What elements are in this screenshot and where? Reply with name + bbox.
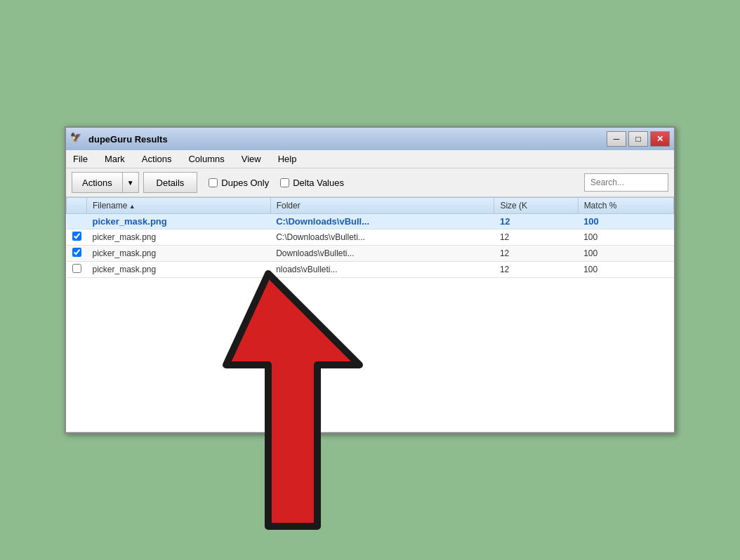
dupe-checkbox[interactable] [72, 264, 81, 273]
dupe-match: 100 [578, 229, 673, 246]
dupe-checkbox[interactable] [72, 248, 81, 257]
dupes-only-label[interactable]: Dupes Only [221, 178, 269, 188]
dupe-filename: picker_mask.png [87, 262, 271, 278]
group-folder: C:\Downloads\vBull... [270, 214, 494, 229]
size-col-header[interactable]: Size (K [494, 198, 578, 214]
dupe-folder: nloads\vBulleti... [270, 262, 494, 278]
search-input[interactable] [584, 173, 668, 192]
toolbar: Actions ▼ Details Dupes Only Delta Value… [66, 168, 674, 197]
dupe-size: 12 [494, 229, 578, 246]
menu-columns[interactable]: Columns [185, 152, 227, 166]
match-col-header[interactable]: Match % [578, 198, 673, 214]
details-button[interactable]: Details [143, 172, 198, 193]
dupe-size: 12 [494, 246, 578, 262]
delta-values-checkbox[interactable] [280, 178, 289, 187]
group-match: 100 [578, 214, 673, 229]
dupe-checkbox-cell[interactable] [67, 246, 87, 262]
window-title: dupeGuru Results [88, 134, 168, 145]
menu-file[interactable]: File [70, 152, 91, 166]
dupe-filename: picker_mask.png [87, 229, 271, 246]
menu-help[interactable]: Help [275, 152, 300, 166]
group-filename: picker_mask.png [87, 214, 271, 229]
checkbox-col-header [67, 198, 87, 214]
app-icon: 🦅 [70, 132, 84, 146]
table-header-row: Filename Folder Size (K Match % [67, 198, 674, 214]
menu-bar: File Mark Actions Columns View Help [66, 150, 674, 168]
dupe-checkbox-cell[interactable] [67, 229, 87, 246]
dupe-filename: picker_mask.png [87, 246, 271, 262]
delta-values-group: Delta Values [280, 178, 344, 188]
empty-row [67, 278, 674, 432]
table-row: picker_mask.png C:\Downloads\vBull... 12… [67, 214, 674, 229]
dupe-folder: C:\Downloads\vBulleti... [270, 229, 494, 246]
filename-col-header[interactable]: Filename [87, 198, 271, 214]
title-bar: 🦅 dupeGuru Results ─ □ ✕ [66, 128, 674, 150]
dupe-checkbox[interactable] [72, 232, 81, 241]
group-size: 12 [494, 214, 578, 229]
dupe-match: 100 [578, 246, 673, 262]
dupes-only-checkbox[interactable] [209, 178, 218, 187]
menu-mark[interactable]: Mark [102, 152, 128, 166]
folder-col-header[interactable]: Folder [270, 198, 494, 214]
main-window: 🦅 dupeGuru Results ─ □ ✕ File Mark Actio… [65, 126, 675, 434]
table-row: picker_mask.png nloads\vBulleti... 12 10… [67, 262, 674, 278]
dupe-match: 100 [578, 262, 673, 278]
table-row: picker_mask.png Downloads\vBulleti... 12… [67, 246, 674, 262]
delta-values-label[interactable]: Delta Values [293, 178, 344, 188]
group-checkbox-cell [67, 214, 87, 229]
maximize-button[interactable]: □ [628, 131, 648, 147]
title-controls: ─ □ ✕ [607, 131, 670, 147]
table-row: picker_mask.png C:\Downloads\vBulleti...… [67, 229, 674, 246]
results-table: Filename Folder Size (K Match % picker_m… [66, 197, 674, 432]
results-table-container: Filename Folder Size (K Match % picker_m… [66, 197, 674, 432]
minimize-button[interactable]: ─ [607, 131, 626, 147]
dupe-size: 12 [494, 262, 578, 278]
dupe-checkbox-cell[interactable] [67, 262, 87, 278]
menu-actions[interactable]: Actions [139, 152, 175, 166]
actions-main-button[interactable]: Actions [72, 172, 122, 193]
menu-view[interactable]: View [239, 152, 264, 166]
table-body: picker_mask.png C:\Downloads\vBull... 12… [67, 214, 674, 432]
dupe-folder: Downloads\vBulleti... [270, 246, 494, 262]
actions-button-group[interactable]: Actions ▼ [72, 172, 139, 193]
actions-dropdown-arrow[interactable]: ▼ [122, 172, 139, 193]
dupes-only-group: Dupes Only [209, 178, 269, 188]
close-button[interactable]: ✕ [650, 131, 670, 147]
title-bar-left: 🦅 dupeGuru Results [70, 132, 168, 146]
